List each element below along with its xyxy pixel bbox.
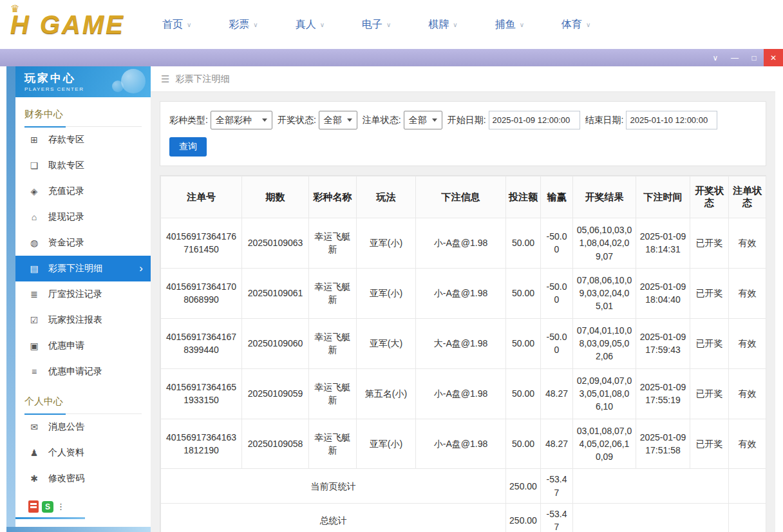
table-row: 40156917364167839944020250109060幸运飞艇新亚军(…: [161, 318, 766, 368]
table-cell: 05,06,10,03,01,08,04,02,09,07: [573, 218, 636, 269]
table-row: 40156917364165193315020250109059幸运飞艇新第五名…: [161, 368, 766, 419]
table-cell: 50.00: [506, 419, 541, 469]
table-cell: 亚军(小): [357, 218, 416, 269]
sidebar-item-player-report[interactable]: ☑玩家投注报表: [15, 307, 151, 333]
sidebar-subtitle: PLAYERS CENTER: [24, 86, 151, 92]
table-cell: 20250109063: [242, 218, 309, 269]
main-content: ☰ 彩票下注明细 彩种类型: 全部彩种 开奖状态:: [151, 66, 775, 532]
red-doc-app-icon[interactable]: [28, 500, 39, 513]
sidebar-item-promo-record[interactable]: ≡优惠申请记录: [15, 359, 151, 385]
nav-item-label: 电子: [362, 18, 382, 32]
chevron-down-icon: ∨: [253, 21, 258, 28]
summary-empty-cell: [573, 469, 729, 504]
chevron-down-icon: [262, 119, 267, 122]
table-cell: 401569173641651933150: [161, 368, 242, 419]
sidebar-item-message[interactable]: ✉消息公告: [15, 414, 151, 440]
nav-item[interactable]: 捕鱼∨: [495, 18, 524, 32]
sidebar-item-funds-record[interactable]: ◍资金记录: [15, 230, 151, 256]
sidebar-item-label: 优惠申请记录: [48, 366, 102, 377]
table-cell: 小-A盘@1.98: [416, 268, 506, 318]
table-cell: 幸运飞艇新: [309, 268, 357, 318]
table-cell: 20250109058: [242, 419, 309, 469]
summary-label: 总统计: [161, 504, 506, 532]
window-controls: ∨—□✕: [706, 49, 783, 66]
table-cell: 幸运飞艇新: [309, 368, 357, 419]
draw-status-select[interactable]: 全部: [319, 111, 357, 129]
minimize-icon[interactable]: —: [725, 49, 744, 66]
floating-app-icons: S ⋮: [28, 500, 65, 513]
search-button[interactable]: 查询: [169, 137, 207, 157]
start-date-input[interactable]: [489, 111, 580, 129]
message-icon: ✉: [28, 422, 40, 432]
table-cell: 幸运飞艇新: [309, 318, 357, 368]
summary-bet-total: 250.00: [506, 469, 541, 504]
sidebar-item-recharge-record[interactable]: ◈充值记录: [15, 178, 151, 204]
maximize-icon[interactable]: □: [744, 49, 764, 66]
table-cell: 已开奖: [690, 218, 729, 269]
table-cell: 亚军(小): [357, 268, 416, 318]
nav-item[interactable]: 电子∨: [362, 18, 391, 32]
screen: ♛ H GAME 首页∨彩票∨真人∨电子∨棋牌∨捕鱼∨体育∨ ∨—□✕ 玩家中心…: [0, 0, 783, 532]
table-cell: 07,04,01,10,08,03,09,05,02,06: [573, 318, 636, 368]
column-header: 注单状态: [729, 176, 766, 218]
table-cell: 2025-01-09 17:59:43: [636, 318, 690, 368]
brand-logo[interactable]: ♛ H GAME: [10, 10, 125, 39]
table-cell: 小-A盘@1.98: [416, 419, 506, 469]
lottery-type-select[interactable]: 全部彩种: [211, 111, 272, 129]
sidebar-item-label: 厅室投注记录: [48, 289, 102, 300]
withdrawal-record-icon: ⌂: [28, 212, 40, 222]
sidebar-item-withdraw[interactable]: ❏取款专区: [15, 153, 151, 178]
table-cell: -50.00: [541, 318, 573, 368]
filter-row: 彩种类型: 全部彩种 开奖状态: 全部 注单: [169, 111, 757, 129]
sidebar-item-hall-bet-record[interactable]: ≣厅室投注记录: [15, 281, 151, 307]
sidebar-item-profile[interactable]: ♟个人资料: [15, 440, 151, 466]
sidebar-bottom-line: [15, 517, 85, 519]
collapse-icon[interactable]: ∨: [706, 49, 725, 66]
order-status-select[interactable]: 全部: [404, 111, 442, 129]
sidebar: 玩家中心 PLAYERS CENTER 财务中心⊞存款专区❏取款专区◈充值记录⌂…: [15, 66, 151, 527]
end-date-filter: 结束日期:: [585, 111, 718, 129]
top-header: ♛ H GAME 首页∨彩票∨真人∨电子∨棋牌∨捕鱼∨体育∨: [0, 0, 783, 49]
nav-item[interactable]: 首页∨: [162, 18, 191, 32]
sidebar-item-label: 存款专区: [48, 134, 84, 146]
draw-status-label: 开奖状态:: [278, 115, 316, 126]
table-cell: 401569173641678399440: [161, 318, 242, 368]
sidebar-item-withdrawal-record[interactable]: ⌂提现记录: [15, 204, 151, 230]
sidebar-item-promo-apply[interactable]: ▣优惠申请: [15, 333, 151, 359]
sidebar-item-password[interactable]: ✱修改密码: [15, 466, 151, 491]
chevron-down-icon: ∨: [187, 21, 191, 28]
green-s-app-icon[interactable]: S: [42, 501, 53, 513]
end-date-input[interactable]: [626, 111, 717, 129]
table-header-row: 注单号期数彩种名称玩法下注信息投注额输赢开奖结果下注时间开奖状态注单状态: [161, 176, 766, 218]
nav-item[interactable]: 彩票∨: [229, 18, 258, 32]
funds-record-icon: ◍: [28, 238, 40, 248]
main-nav: 首页∨彩票∨真人∨电子∨棋牌∨捕鱼∨体育∨: [162, 18, 590, 32]
sidebar-item-lottery-bet-detail[interactable]: ▤彩票下注明细›: [15, 256, 151, 281]
table-cell: 小-A盘@1.98: [416, 218, 506, 269]
table-cell: 07,08,06,10,09,03,02,04,05,01: [573, 268, 636, 318]
summary-empty-cell: [573, 504, 729, 532]
deposit-icon: ⊞: [28, 135, 40, 145]
more-dots-icon[interactable]: ⋮: [57, 502, 65, 511]
lottery-type-label: 彩种类型:: [169, 115, 208, 126]
sidebar-item-deposit[interactable]: ⊞存款专区: [15, 127, 151, 153]
sidebar-item-label: 资金记录: [48, 237, 84, 249]
summary-win-loss: -53.47: [541, 469, 573, 504]
hamburger-icon[interactable]: ☰: [161, 73, 169, 85]
nav-item[interactable]: 真人∨: [296, 18, 325, 32]
column-header: 投注额: [506, 176, 541, 218]
table-cell: 50.00: [506, 218, 541, 269]
order-status-label: 注单状态:: [363, 115, 401, 126]
table-cell: 亚军(大): [357, 318, 416, 368]
table-cell: 401569173641767161450: [161, 218, 242, 269]
nav-item-label: 首页: [162, 18, 183, 32]
recharge-record-icon: ◈: [28, 186, 40, 196]
nav-item[interactable]: 棋牌∨: [428, 18, 457, 32]
close-icon[interactable]: ✕: [764, 49, 783, 66]
window-bottom-frame: [6, 527, 151, 532]
window-left-frame: [6, 66, 15, 532]
order-status-filter: 注单状态: 全部: [363, 111, 442, 129]
nav-item[interactable]: 体育∨: [561, 18, 590, 32]
chevron-down-icon: ∨: [453, 21, 457, 28]
column-header: 开奖状态: [690, 176, 729, 218]
